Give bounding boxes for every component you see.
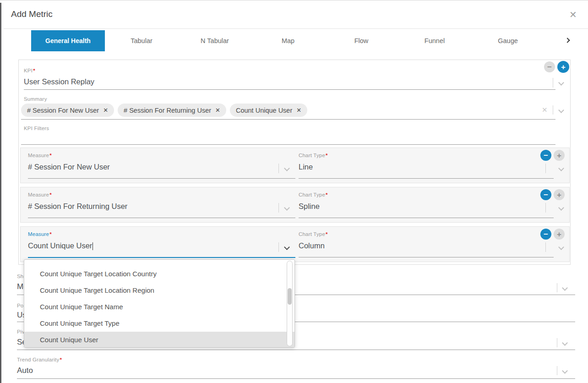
summary-chip: # Session For Returning User ✕ (118, 104, 226, 117)
dropdown-scrollbar-thumb[interactable] (288, 288, 292, 305)
measure-row: − + Measure* Count Unique User Chart Typ… (20, 226, 570, 262)
tab-n-tabular[interactable]: N Tabular (178, 30, 251, 51)
chip-label: # Session For Returning User (124, 107, 211, 114)
chart-type-select-value[interactable]: Line (299, 163, 313, 171)
measure-add-button[interactable]: + (554, 189, 565, 200)
tab-funnel[interactable]: Funnel (398, 30, 471, 51)
summary-chips[interactable]: # Session For New User ✕ # Session For R… (21, 104, 307, 117)
measure-separator (278, 164, 279, 173)
chip-remove-icon[interactable]: ✕ (215, 107, 220, 114)
measure-separator (278, 203, 279, 213)
measure-label: Measure* (28, 192, 52, 197)
summary-label: Summary (24, 96, 47, 102)
summary-separator (553, 105, 553, 115)
kpi-separator (553, 78, 553, 88)
list-item[interactable]: Count Unique Target Location Country (24, 266, 294, 282)
chart-type-chevron-down-icon[interactable] (558, 244, 564, 250)
measure-chevron-down-icon[interactable] (284, 244, 290, 250)
text-cursor (93, 242, 93, 250)
chart-type-chevron-down-icon[interactable] (558, 205, 564, 211)
summary-chip: Count Unique User ✕ (230, 104, 307, 117)
required-mark: * (49, 192, 52, 197)
required-mark: * (49, 153, 52, 158)
measure-row: − + Measure* # Session For Returning Use… (20, 187, 570, 223)
summary-clear-icon[interactable]: ✕ (542, 106, 548, 114)
page-edge-strip (0, 3, 1, 383)
kpi-add-button[interactable]: + (557, 61, 569, 73)
required-mark: * (60, 357, 62, 362)
measure-select-value[interactable]: # Session For New User (28, 163, 110, 171)
show-field-chevron-down-icon[interactable] (562, 285, 568, 291)
measure-add-button[interactable]: + (554, 150, 565, 161)
list-item[interactable]: Count Unique Target Name (24, 299, 294, 315)
measure-label: Measure* (28, 231, 52, 237)
measure-select-value[interactable]: # Session For Returning User (28, 202, 127, 211)
measure-add-button[interactable]: + (554, 229, 565, 240)
chart-type-separator (545, 164, 546, 173)
chart-type-select-value[interactable]: Column (299, 241, 325, 250)
chart-type-label: Chart Type* (299, 192, 328, 197)
required-mark: * (326, 192, 328, 197)
measure-separator (278, 242, 279, 252)
kpi-underline (24, 89, 555, 90)
tabs-more-chevron-icon[interactable] (565, 38, 570, 43)
list-item[interactable]: Count Unique Target Location Region (24, 282, 294, 299)
chip-label: Count Unique User (236, 107, 292, 114)
tab-tabular[interactable]: Tabular (105, 30, 178, 51)
tab-general-health[interactable]: General Health (31, 30, 105, 51)
list-item-highlighted[interactable]: Count Unique User (24, 332, 294, 348)
summary-chip: # Session For New User ✕ (21, 104, 114, 117)
chart-type-underline (299, 218, 554, 218)
pivot-field-separator (557, 338, 557, 347)
chart-type-label: Chart Type* (299, 231, 328, 237)
summary-underline (21, 119, 555, 120)
measure-chevron-down-icon[interactable] (284, 165, 290, 171)
required-mark: * (326, 153, 328, 158)
kpi-filters-underline (21, 144, 555, 145)
tab-map[interactable]: Map (251, 30, 325, 51)
trend-granularity-separator (557, 366, 557, 375)
kpi-label: KPI* (24, 68, 35, 73)
measure-remove-button[interactable]: − (540, 150, 551, 161)
chip-label: # Session For New User (27, 107, 99, 114)
chart-type-chevron-down-icon[interactable] (558, 165, 564, 171)
kpi-filters-label: KPI Filters (24, 126, 49, 131)
measure-dropdown-list: Count Unique Target Location City Count … (24, 259, 295, 348)
measure-underline (28, 218, 295, 218)
measure-underline (28, 178, 295, 179)
measure-chevron-down-icon[interactable] (284, 205, 290, 211)
measure-row: − + Measure* # Session For New User Char… (20, 148, 570, 183)
tab-gauge[interactable]: Gauge (471, 30, 544, 51)
list-item-clipped[interactable]: Count Unique Target Location City (24, 260, 294, 266)
list-item[interactable]: Count Unique Target Type (24, 315, 294, 332)
tab-flow[interactable]: Flow (325, 30, 398, 51)
add-metric-modal: Add Metric ✕ General Health Tabular N Ta… (0, 0, 588, 383)
measure-label: Measure* (28, 153, 52, 158)
kpi-select-value[interactable]: User Session Replay (24, 77, 94, 86)
measure-search-input[interactable]: Count Unique User (28, 241, 93, 250)
measure-remove-button[interactable]: − (540, 189, 551, 200)
header-divider (4, 28, 588, 29)
measure-underline-focused (28, 257, 295, 258)
trend-granularity-value[interactable]: Auto (17, 366, 33, 375)
chart-type-separator (545, 203, 546, 213)
kpi-remove-button[interactable]: − (544, 61, 555, 72)
chart-type-separator (545, 242, 546, 252)
required-mark: * (326, 231, 328, 237)
modal-top-border (0, 0, 588, 0)
chart-type-label: Chart Type* (299, 153, 328, 158)
chip-remove-icon[interactable]: ✕ (103, 107, 108, 114)
chart-type-select-value[interactable]: Spline (299, 202, 320, 211)
measure-remove-button[interactable]: − (540, 229, 551, 240)
close-icon[interactable]: ✕ (569, 9, 577, 20)
trend-granularity-label: Trend Granularity* (17, 357, 62, 362)
pivot-field-chevron-down-icon[interactable] (562, 340, 568, 346)
show-field-separator (557, 283, 557, 292)
required-mark: * (49, 231, 52, 237)
pivot-field-underline (17, 350, 575, 350)
chip-remove-icon[interactable]: ✕ (296, 107, 301, 114)
trend-granularity-chevron-down-icon[interactable] (562, 368, 568, 374)
required-mark: * (33, 68, 35, 73)
chart-type-underline (299, 178, 554, 179)
chart-type-underline (299, 257, 554, 257)
